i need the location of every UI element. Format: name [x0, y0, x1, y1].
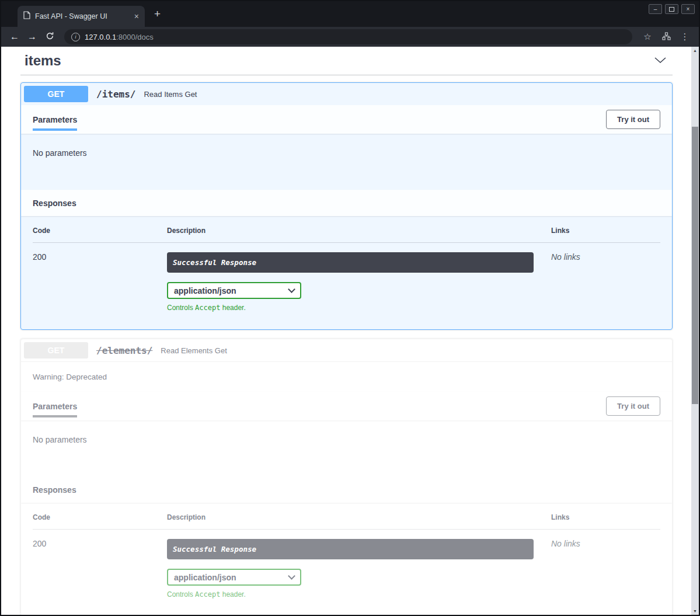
column-code: Code — [33, 513, 167, 521]
responses-body: Code Description Links 200 Successful Re… — [21, 503, 672, 615]
tag-collapse-chevron-icon[interactable] — [654, 55, 667, 66]
media-type-select[interactable]: application/json — [167, 569, 301, 586]
accept-note-post: header. — [220, 304, 245, 312]
column-description: Description — [167, 227, 551, 235]
endpoint-summary: Read Elements Get — [161, 346, 227, 355]
try-it-out-button[interactable]: Try it out — [606, 110, 660, 129]
browser-tab[interactable]: Fast API - Swagger UI × — [18, 6, 145, 27]
column-links: Links — [551, 227, 660, 235]
opblock-summary[interactable]: GET /items/ Read Items Get — [21, 83, 672, 105]
endpoint-summary: Read Items Get — [144, 90, 197, 99]
tag-title: items — [25, 53, 61, 69]
accept-note-pre: Controls — [167, 590, 195, 598]
responses-header: Responses — [21, 190, 672, 216]
select-chevron-icon — [288, 286, 295, 293]
response-links: No links — [551, 539, 660, 598]
responses-header: Responses — [21, 476, 672, 503]
method-badge: GET — [24, 86, 88, 102]
media-type-value: application/json — [174, 573, 236, 582]
opblock-get-items: GET /items/ Read Items Get Parameters Tr… — [20, 82, 673, 330]
maximize-icon — [669, 7, 674, 12]
endpoint-path: /elements/ — [94, 345, 155, 356]
parameters-header: Parameters Try it out — [21, 392, 672, 420]
window-maximize-button[interactable] — [665, 4, 678, 14]
column-links: Links — [551, 513, 660, 521]
no-parameters-text: No parameters — [21, 420, 672, 476]
accept-note-post: header. — [220, 590, 245, 598]
accept-note-code: Accept — [195, 304, 220, 312]
forward-icon[interactable]: → — [23, 32, 41, 42]
url-host: 127.0.0.1 — [85, 33, 116, 41]
page-content: items GET /items/ Read Items Get Paramet… — [1, 47, 691, 615]
site-info-icon[interactable]: i — [71, 33, 80, 41]
parameters-header: Parameters Try it out — [21, 105, 672, 134]
column-description: Description — [167, 513, 551, 521]
responses-table-header: Code Description Links — [33, 513, 660, 530]
new-tab-button[interactable]: + — [154, 8, 161, 20]
sites-hierarchy-icon[interactable] — [657, 32, 675, 42]
window-controls: – × — [649, 4, 695, 14]
parameters-tab[interactable]: Parameters — [33, 115, 77, 124]
scrollbar-thumb[interactable] — [692, 127, 698, 404]
parameters-tab[interactable]: Parameters — [33, 402, 77, 411]
scrollbar-up-icon[interactable]: ▲ — [691, 47, 699, 54]
response-code: 200 — [33, 539, 167, 598]
reload-icon[interactable] — [41, 32, 58, 43]
response-code: 200 — [33, 252, 167, 312]
page-scrollbar[interactable]: ▲ ▼ — [691, 47, 699, 615]
responses-heading: Responses — [33, 485, 76, 495]
media-type-value: application/json — [174, 286, 236, 295]
deprecation-warning: Warning: Deprecated — [21, 362, 672, 392]
tab-title: Fast API - Swagger UI — [35, 12, 130, 20]
responses-heading: Responses — [33, 199, 76, 208]
back-icon[interactable]: ← — [6, 32, 23, 42]
accept-header-note: Controls Accept header. — [167, 590, 534, 598]
response-row: 200 Successful Response application/json… — [33, 530, 660, 598]
opblock-get-elements-deprecated: GET /elements/ Read Elements Get Warning… — [20, 339, 673, 615]
endpoint-path: /items/ — [94, 89, 138, 100]
media-type-select[interactable]: application/json — [167, 282, 301, 299]
responses-body: Code Description Links 200 Successful Re… — [21, 216, 672, 329]
window-close-button[interactable]: × — [681, 4, 695, 14]
method-badge: GET — [24, 342, 88, 359]
no-parameters-text: No parameters — [21, 134, 672, 190]
response-description: Successful Response — [167, 539, 534, 559]
url-path: :8000/docs — [116, 33, 154, 41]
column-code: Code — [33, 227, 167, 235]
scrollbar-down-icon[interactable]: ▼ — [691, 607, 699, 615]
window-minimize-button[interactable]: – — [649, 4, 662, 14]
try-it-out-button[interactable]: Try it out — [606, 396, 660, 416]
response-description: Successful Response — [167, 252, 534, 273]
response-links: No links — [551, 252, 660, 312]
browser-titlebar: Fast API - Swagger UI × + – × — [1, 1, 699, 27]
browser-window: Fast API - Swagger UI × + – × ← → i 127.… — [0, 0, 700, 616]
opblock-summary[interactable]: GET /elements/ Read Elements Get — [21, 339, 672, 362]
address-bar[interactable]: i 127.0.0.1:8000/docs — [64, 29, 632, 44]
bookmark-star-icon[interactable]: ☆ — [638, 32, 657, 42]
page-favicon-icon — [23, 11, 30, 22]
response-row: 200 Successful Response application/json… — [33, 243, 660, 312]
accept-note-code: Accept — [195, 590, 220, 598]
tag-section-header[interactable]: items — [20, 48, 673, 75]
browser-toolbar: ← → i 127.0.0.1:8000/docs ☆ ⋮ — [1, 27, 699, 47]
tab-close-icon[interactable]: × — [134, 12, 139, 20]
accept-note-pre: Controls — [167, 304, 195, 312]
select-chevron-icon — [288, 572, 295, 580]
accept-header-note: Controls Accept header. — [167, 304, 534, 312]
responses-table-header: Code Description Links — [33, 227, 660, 243]
browser-menu-icon[interactable]: ⋮ — [675, 32, 694, 42]
